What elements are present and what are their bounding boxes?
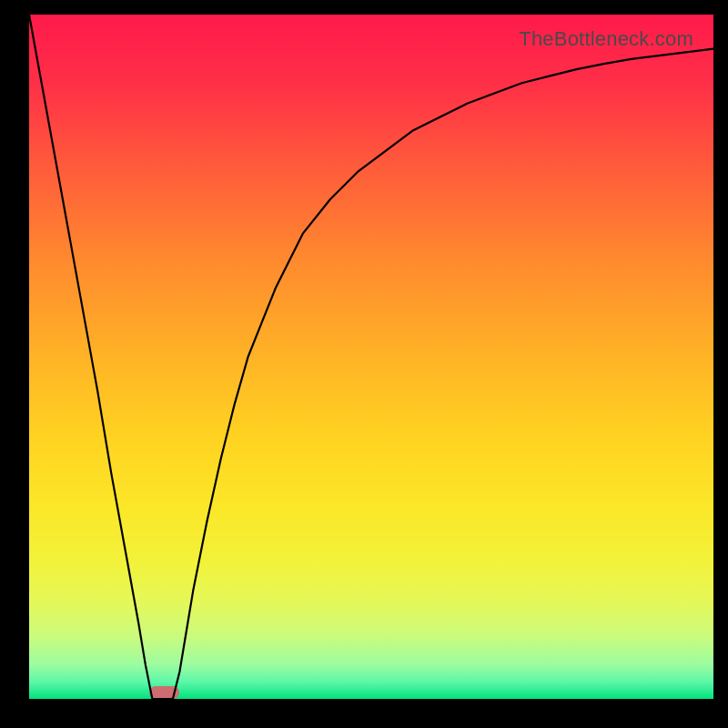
watermark-label: TheBottleneck.com bbox=[519, 27, 693, 51]
bottleneck-curve bbox=[29, 15, 713, 699]
chart-frame: TheBottleneck.com bbox=[0, 0, 728, 728]
plot-area: TheBottleneck.com bbox=[29, 15, 713, 699]
